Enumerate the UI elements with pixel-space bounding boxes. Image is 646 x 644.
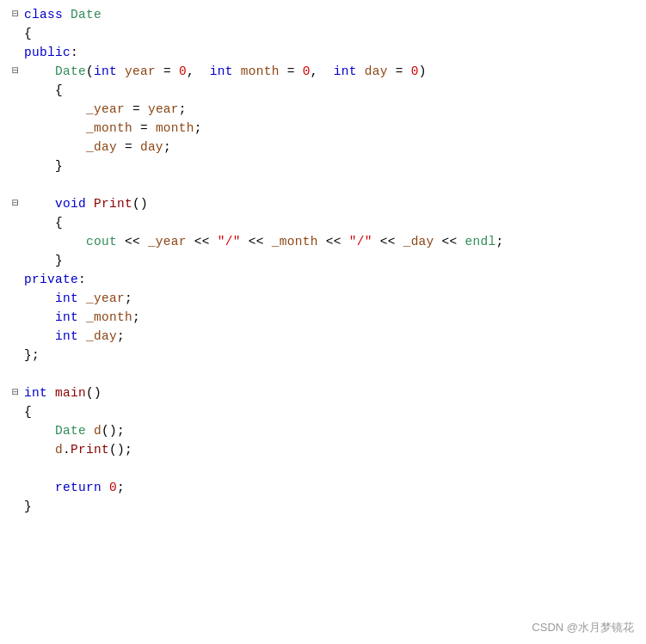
code-line [3,459,646,478]
code-line: { [3,81,646,100]
fold-indicator[interactable]: ⊟ [9,194,22,213]
code-line: _year = year; [3,100,646,119]
code-line [3,175,646,194]
code-line: return 0; [3,478,646,497]
line-content: public: [22,43,646,62]
code-line: Date d(); [3,421,646,440]
code-line: int _month; [3,308,646,327]
code-line: public: [3,43,646,62]
line-content: Date d(); [22,421,646,440]
code-line: } [3,156,646,175]
code-line: _day = day; [3,138,646,156]
line-content: int _day; [22,327,646,346]
line-content: _month = month; [22,119,646,138]
code-line: { [3,402,646,421]
line-content: { [22,81,646,100]
code-line: d.Print(); [3,440,646,459]
line-content: return 0; [22,478,646,497]
line-content: d.Print(); [22,440,646,459]
line-content: void Print() [22,194,646,213]
code-line: } [3,497,646,516]
code-editor: ⊟class Date{public:⊟ Date(int year = 0, … [0,0,646,644]
line-content: _day = day; [22,138,646,156]
line-content: class Date [22,5,646,24]
line-content: } [22,156,646,175]
code-line: ⊟ Date(int year = 0, int month = 0, int … [3,62,646,81]
line-content: } [22,497,646,516]
code-line: private: [3,270,646,289]
line-content: { [22,213,646,232]
line-content: } [22,251,646,270]
code-line: } [3,251,646,270]
code-line: ⊟ void Print() [3,194,646,213]
code-line [3,365,646,383]
code-line: int _year; [3,289,646,308]
code-line: { [3,213,646,232]
code-line: int _day; [3,327,646,346]
line-content: Date(int year = 0, int month = 0, int da… [22,62,646,81]
line-content: int main() [22,383,646,402]
code-content: ⊟class Date{public:⊟ Date(int year = 0, … [3,5,646,516]
line-content: cout << _year << "/" << _month << "/" <<… [22,232,646,251]
line-content: int _month; [22,308,646,327]
code-line: cout << _year << "/" << _month << "/" <<… [3,232,646,251]
code-line: _month = month; [3,119,646,138]
line-content: { [22,24,646,43]
fold-indicator[interactable]: ⊟ [9,383,22,402]
code-line: ⊟int main() [3,383,646,402]
fold-indicator[interactable]: ⊟ [9,62,22,81]
fold-indicator[interactable]: ⊟ [9,5,22,24]
code-line: ⊟class Date [3,5,646,24]
line-content: _year = year; [22,100,646,119]
code-line: }; [3,346,646,365]
line-content: { [22,402,646,421]
watermark-text: CSDN @水月梦镜花 [532,620,634,635]
line-content: int _year; [22,289,646,308]
line-content: }; [22,346,646,365]
code-line: { [3,24,646,43]
line-content: private: [22,270,646,289]
